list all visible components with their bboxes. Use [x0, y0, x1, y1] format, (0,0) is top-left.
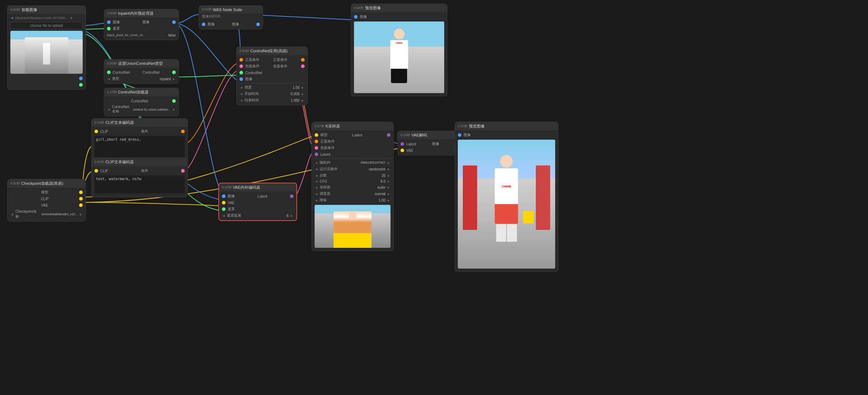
vae-encode-pixels-row: ◄ 遮罩延展 6 ►: [219, 212, 296, 219]
ksampler-model-in: 模型 Latent: [312, 132, 393, 138]
vae-encode-body: 图像 Latent VAE 遮罩 ◄ 遮罩延展 6 ►: [219, 192, 296, 220]
union-title: 设置UnionControlNet类型: [118, 61, 163, 66]
vae-decode-vae-in: VAE: [398, 147, 461, 154]
vae-encode-node: 0.25秒 VAE内补编码器 图像 Latent VAE 遮罩 ◄ 遮罩延展 6…: [218, 183, 297, 221]
clip-neg-clip-in: CLIP 条件: [92, 168, 188, 174]
cn-apply-cn-in: ControlNet: [237, 69, 307, 76]
image-out-port: [79, 77, 83, 80]
ksampler-sampler-row: ◄ 采样器 euler ►: [312, 184, 393, 191]
clip-pos-clip-in-port: [94, 130, 98, 133]
clip-neg-title: CLIP文本编码器: [106, 159, 134, 165]
ksampler-run-row: ◄ 运行后操作 randomize ►: [312, 166, 393, 172]
clip-pos-clip-in: CLIP 条件: [92, 128, 188, 135]
vae-encode-mask-in: 遮罩: [219, 206, 296, 212]
was-image-row: 图像 图像: [199, 21, 263, 28]
preview-right-header: 0.25秒 预览图像: [455, 122, 558, 130]
cn-apply-header: 0.00秒 ControlNet应用(高级): [237, 47, 307, 55]
ksampler-time: 5.07秒: [315, 124, 324, 129]
was-title: WAS Node Suite: [213, 8, 242, 12]
clip-neg-textarea[interactable]: [94, 175, 185, 193]
clip-positive-node: 0.04秒 CLIP文本编码器 CLIP 条件: [91, 118, 188, 162]
clip-pos-cond-out-port: [181, 130, 185, 133]
cn-apply-cn-in-port: [239, 71, 243, 74]
clip-pos-text-area[interactable]: [92, 135, 188, 160]
inpaint-time: 0.00秒: [107, 11, 117, 16]
ksampler-model-in-port: [315, 133, 318, 137]
controlnet-loader-node: 1.17秒 ControlNet加载器 ControlNet ◄ Control…: [104, 88, 179, 116]
vae-encode-image-in: 图像 Latent: [219, 193, 296, 199]
ksampler-neg-in: 负面条件: [312, 145, 393, 151]
vae-decode-latent-in-port: [401, 142, 404, 146]
ckpt-name-row: ◄ Checkpoint名称 xxmix9realisticsdxl_v10..…: [8, 208, 86, 220]
load-image-node: 0.03秒 加载图像 ◄ clipspace/clipspace-mask-28…: [7, 5, 86, 90]
clip-neg-header: 0.05秒 CLIP文本编码器: [92, 158, 188, 166]
ckpt-model-out-port: [79, 191, 83, 194]
ksampler-sched-row: ◄ 调度器 normal ►: [312, 191, 393, 197]
ksampler-seed-row: ◄ 随机种 49691952167927 ►: [312, 159, 393, 166]
ksampler-latent-in-port: [315, 153, 318, 156]
ckpt-title: Checkpoint加载器(简易): [21, 181, 63, 186]
cn-loader-time: 1.17秒: [107, 90, 117, 95]
union-type-row: ◄ 类型 repaint ►: [104, 76, 179, 82]
cn-apply-neg-out-port: [301, 64, 305, 68]
checkpoint-loader-node: 4.02秒 Checkpoint加载器(简易) 模型 CLIP VAE ◄ Ch…: [7, 179, 86, 222]
file-info: ◄ clipspace/clipspace-mask-28768802... ►: [8, 15, 86, 20]
preview-top-image-in-port: [354, 15, 358, 19]
preview-top-body: 图像 CHIME: [351, 12, 447, 96]
cn-apply-image-in-port: [239, 77, 243, 81]
cn-apply-pos-in-port: [239, 58, 243, 62]
load-image-title: 加载图像: [21, 7, 37, 13]
ckpt-clip-row: CLIP: [8, 196, 86, 202]
vae-encode-latent-out-port: [290, 194, 294, 198]
ckpt-vae-row: VAE: [8, 202, 86, 208]
union-header: 0.00秒 设置UnionControlNet类型: [104, 59, 179, 68]
ckpt-body: 模型 CLIP VAE ◄ Checkpoint名称 xxmix9realist…: [8, 188, 86, 221]
vae-decode-time: 0.19秒: [401, 133, 410, 138]
upload-label: choose file to upload: [30, 24, 63, 28]
union-cn-out-port: [172, 71, 176, 74]
union-body: ControlNet ControlNet ◄ 类型 repaint ►: [104, 68, 179, 83]
cn-apply-start-row: ◄ 开始时间 0.000 ►: [237, 91, 307, 97]
clip-pos-textarea[interactable]: [94, 136, 185, 158]
load-image-preview: [10, 31, 83, 74]
preview-right-image-in: 图像: [455, 132, 558, 138]
ckpt-time: 4.02秒: [10, 181, 20, 186]
file-path-label: clipspace/clipspace-mask-28768802...: [15, 16, 69, 20]
vae-decode-header: 0.19秒 VAE解码: [398, 131, 461, 139]
clip-pos-header: 0.04秒 CLIP文本编码器: [92, 119, 188, 127]
preview-right-time: 0.25秒: [458, 124, 467, 129]
vae-encode-title: VAE内补编码器: [233, 185, 260, 190]
inpaint-image-out-port: [172, 20, 176, 24]
cn-loader-out-port: [172, 99, 176, 103]
vae-decode-vae-in-port: [401, 149, 404, 152]
cn-apply-body: 正面条件 正面条件 负面条件 负面条件 ControlNet 图像 ◄ 强度 1…: [237, 55, 307, 105]
vae-encode-time: 0.25秒: [222, 185, 232, 190]
ksampler-preview: [315, 205, 391, 248]
file-upload-area[interactable]: choose file to upload: [10, 22, 83, 29]
preview-top-title: 预览图像: [365, 5, 381, 11]
vae-decode-body: Latent 图像 VAE: [398, 139, 461, 155]
preview-right-image: CHIME: [458, 140, 555, 269]
clip-neg-text-area[interactable]: [92, 174, 188, 196]
preview-image-top-node: 0.04秒 预览图像 图像 CHIME: [351, 4, 447, 96]
inpaint-body: 图像 图像 遮罩 black_pixel_for_xinsir_cn false: [104, 18, 179, 40]
cn-apply-title: ControlNet应用(高级): [251, 48, 288, 54]
controlnet-apply-node: 0.00秒 ControlNet应用(高级) 正面条件 正面条件 负面条件 负面…: [236, 47, 308, 105]
load-image-body: ◄ clipspace/clipspace-mask-28768802... ►…: [8, 14, 86, 90]
preview-top-image-in: 图像: [351, 14, 447, 20]
was-node-suite: 0.01秒 WAS Node Suite 图像到RGB 图像 图像: [199, 5, 263, 29]
preview-right-image-in-port: [458, 133, 461, 137]
inpaint-mask-in: 遮罩: [104, 25, 179, 32]
vae-decode-latent-in: Latent 图像: [398, 141, 461, 147]
preview-top-header: 0.04秒 预览图像: [351, 4, 447, 12]
inpaint-image-in-port: [107, 20, 111, 24]
cn-apply-neg-in-port: [239, 64, 243, 68]
inpaint-header: 0.00秒 Inpaint内补预处理器: [104, 9, 179, 18]
preview-image-right-node: 0.25秒 预览图像 图像 CHIME: [455, 122, 558, 272]
was-body: 图像 图像: [199, 20, 263, 29]
inpaint-title: Inpaint内补预处理器: [118, 11, 154, 16]
ckpt-header: 4.02秒 Checkpoint加载器(简易): [8, 179, 86, 188]
clip-neg-time: 0.05秒: [94, 160, 104, 164]
ksampler-latent-in: Latent: [312, 151, 393, 158]
ksampler-pos-in-port: [315, 140, 318, 143]
